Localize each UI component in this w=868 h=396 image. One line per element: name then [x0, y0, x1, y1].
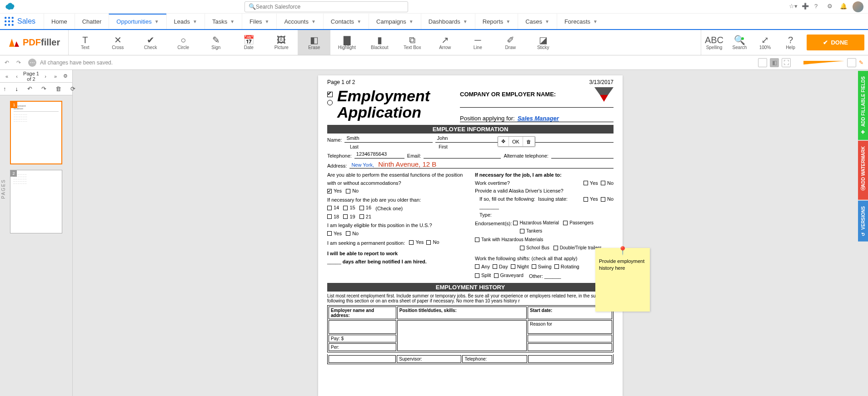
- nav-tab-files[interactable]: Files▼: [242, 14, 276, 29]
- nav-tab-cases[interactable]: Cases▼: [518, 14, 557, 29]
- rotate-ccw-icon[interactable]: ↶: [27, 85, 32, 92]
- shift-graveyard-checkbox[interactable]: Graveyard: [494, 272, 524, 280]
- user-avatar[interactable]: [853, 1, 863, 12]
- age-18-checkbox[interactable]: 18: [327, 213, 339, 221]
- position-field[interactable]: Position applying for: Sales Manager: [460, 114, 614, 122]
- move-up-icon[interactable]: ↑: [3, 85, 6, 92]
- nav-tab-leads[interactable]: Leads▼: [166, 14, 205, 29]
- tool-100[interactable]: ⤢100%: [752, 30, 778, 55]
- age-21-checkbox[interactable]: 21: [359, 213, 371, 221]
- shift-rotating-checkbox[interactable]: Rotating: [554, 263, 579, 271]
- tool-line[interactable]: ─Line: [461, 30, 494, 55]
- versions-rail[interactable]: ↺VERSIONS: [858, 201, 868, 242]
- tool-blackout[interactable]: ▮Blackout: [363, 30, 396, 55]
- nav-tab-reports[interactable]: Reports▼: [475, 14, 518, 29]
- age-14-checkbox[interactable]: 14: [327, 204, 339, 212]
- setup-gear-icon[interactable]: ⚙: [827, 3, 835, 11]
- thumbnail-page-2[interactable]: 2— — — — — —— — — — — —— — — — — —— — — …: [10, 170, 62, 233]
- undo-icon[interactable]: ↶: [5, 59, 13, 66]
- tool-draw[interactable]: ✐Draw: [494, 30, 527, 55]
- shift-night-checkbox[interactable]: Night: [511, 263, 529, 271]
- age-19-checkbox[interactable]: 19: [343, 213, 355, 221]
- yes-checkbox[interactable]: Yes: [327, 187, 342, 195]
- shift-split-checkbox[interactable]: Split: [475, 272, 491, 280]
- pencil-icon[interactable]: ✎: [859, 59, 863, 66]
- add-icon[interactable]: ➕: [802, 3, 810, 11]
- age-16-checkbox[interactable]: 16: [359, 204, 371, 212]
- done-button[interactable]: ✔DONE: [807, 35, 864, 50]
- color-white[interactable]: [758, 58, 767, 67]
- alt-tel-field[interactable]: [551, 151, 614, 158]
- no-checkbox[interactable]: No: [346, 187, 359, 195]
- endorsement-checkbox[interactable]: Passengers: [563, 219, 594, 227]
- company-field[interactable]: [460, 99, 614, 108]
- nav-tab-accounts[interactable]: Accounts▼: [276, 14, 323, 29]
- global-search[interactable]: 🔍: [244, 1, 408, 12]
- search-input[interactable]: [256, 4, 404, 10]
- nav-tab-opportunities[interactable]: Opportunities▼: [109, 14, 166, 29]
- thickness-slider[interactable]: [803, 61, 844, 64]
- add-fillable-fields-rail[interactable]: ✚ADD FILLABLE FIELDS: [858, 71, 868, 140]
- app-launcher-icon[interactable]: [5, 17, 14, 26]
- sticky-note[interactable]: 📍 Provide employment history here: [595, 248, 650, 312]
- nav-tab-forecasts[interactable]: Forecasts▼: [557, 14, 605, 29]
- next-page-icon[interactable]: ›: [41, 72, 50, 80]
- tool-check[interactable]: ✔Check: [134, 30, 167, 55]
- tool-sticky[interactable]: ◪Sticky: [527, 30, 559, 55]
- tool-cross[interactable]: ✕Cross: [101, 30, 134, 55]
- endorsement-checkbox[interactable]: Tankers: [520, 228, 542, 235]
- favorite-icon[interactable]: ☆▾: [789, 3, 797, 11]
- email-field[interactable]: [424, 151, 501, 158]
- tool-sign[interactable]: ✎Sign: [200, 30, 232, 55]
- shift-day-checkbox[interactable]: Day: [493, 263, 508, 271]
- delete-page-icon[interactable]: 🗑: [55, 85, 61, 92]
- tool-search[interactable]: 🔍Search: [727, 30, 752, 55]
- endorsement-checkbox[interactable]: Hazardous Material: [513, 219, 559, 227]
- tool-textbox[interactable]: ⧉Text Box: [396, 30, 429, 55]
- move-down-icon[interactable]: ↓: [15, 85, 19, 92]
- rotate-cw-icon[interactable]: ↷: [41, 85, 46, 92]
- tool-help[interactable]: ?Help: [778, 30, 803, 55]
- nav-tab-dashboards[interactable]: Dashboards▼: [421, 14, 475, 29]
- tool-arrow[interactable]: ↗Arrow: [429, 30, 461, 55]
- position-value[interactable]: Sales Manager: [518, 115, 559, 122]
- tool-circle[interactable]: ○Circle: [167, 30, 200, 55]
- mi-field[interactable]: [526, 135, 614, 143]
- endorsement-checkbox[interactable]: Tank with Hazardous Materials: [475, 236, 543, 243]
- last-name-field[interactable]: Smith: [344, 135, 432, 143]
- popup-delete-icon[interactable]: 🗑: [523, 137, 535, 146]
- erase-area-icon[interactable]: ⛶: [782, 58, 791, 67]
- notifications-bell-icon[interactable]: 🔔: [840, 3, 848, 11]
- nav-tab-chatter[interactable]: Chatter: [75, 14, 109, 29]
- nav-tab-home[interactable]: Home: [44, 14, 75, 29]
- tool-highlight[interactable]: ▇Highlight: [330, 30, 363, 55]
- tool-erase[interactable]: ◧Erase: [298, 30, 330, 55]
- last-page-icon[interactable]: »: [51, 72, 60, 80]
- tool-spelling[interactable]: ABCSpelling: [701, 30, 727, 55]
- first-page-icon[interactable]: «: [3, 72, 11, 80]
- telephone-field[interactable]: 12346785643: [354, 151, 404, 158]
- shift-swing-checkbox[interactable]: Swing: [532, 263, 552, 271]
- tool-date[interactable]: 📅Date: [232, 30, 265, 55]
- refresh-icon[interactable]: ⟳: [70, 85, 75, 92]
- endorsement-checkbox[interactable]: School Bus: [520, 244, 549, 252]
- add-watermark-rail[interactable]: ⒶADD WATERMARK: [858, 141, 868, 200]
- canvas[interactable]: Page 1 of 23/13/2017 EmploymentApplicati…: [73, 70, 868, 396]
- tool-picture[interactable]: 🖼Picture: [265, 30, 298, 55]
- help-icon[interactable]: ?: [814, 3, 823, 11]
- page-settings-icon[interactable]: ⚙: [61, 72, 70, 80]
- thumbnail-page-1[interactable]: 1ploymentlication— — — — — —— — — — — ——…: [10, 101, 62, 164]
- prev-page-icon[interactable]: ‹: [13, 72, 21, 80]
- age-15-checkbox[interactable]: 15: [343, 204, 355, 212]
- move-handle-icon[interactable]: ✥: [498, 137, 509, 146]
- redo-icon[interactable]: ↷: [16, 59, 25, 66]
- endorsement-checkbox[interactable]: Double/Triple trailers: [554, 244, 602, 252]
- tool-text[interactable]: TText: [69, 30, 101, 55]
- popup-ok-button[interactable]: OK: [509, 137, 523, 146]
- shift-any-checkbox[interactable]: Any: [475, 263, 490, 271]
- erase-mode-icon[interactable]: ◧: [770, 58, 779, 67]
- nav-tab-contacts[interactable]: Contacts▼: [323, 14, 369, 29]
- nav-tab-campaigns[interactable]: Campaigns▼: [369, 14, 421, 29]
- address-field[interactable]: New York, Ninth Avenue, 12 B: [349, 160, 614, 168]
- nav-tab-tasks[interactable]: Tasks▼: [205, 14, 242, 29]
